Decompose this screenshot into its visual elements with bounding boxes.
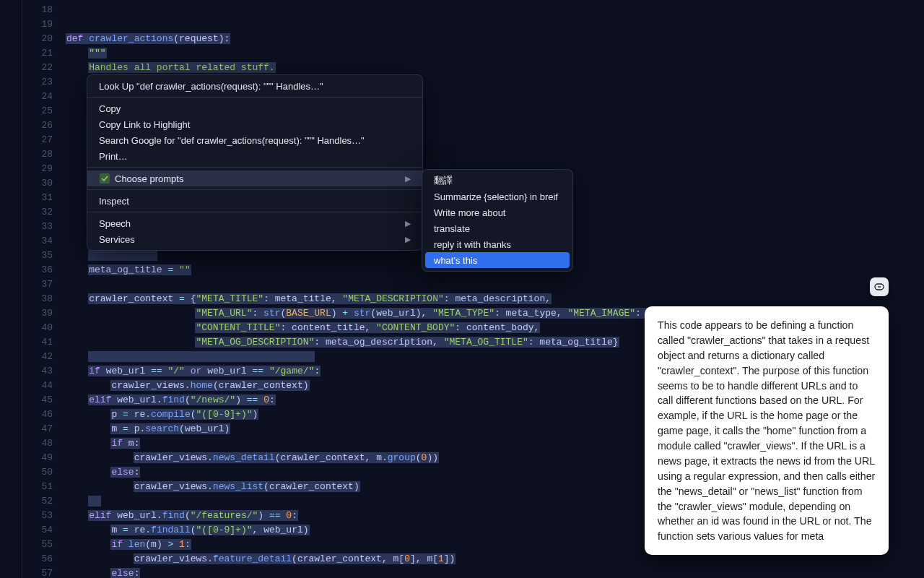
line-number: 21: [22, 46, 53, 61]
assistant-tooltip: This code appears to be defining a funct…: [645, 306, 889, 555]
line-number: 35: [22, 249, 53, 263]
extension-icon: [99, 173, 110, 184]
line-number: 19: [22, 17, 53, 32]
code-line[interactable]: [66, 277, 924, 292]
menu-choose-prompts[interactable]: Choose prompts ▶: [87, 171, 422, 186]
menu-separator: [87, 97, 422, 98]
code-line[interactable]: [66, 3, 924, 17]
line-number: 43: [22, 364, 53, 379]
menu-separator: [87, 167, 422, 168]
menu-inspect[interactable]: Inspect: [87, 193, 422, 209]
line-number: 57: [22, 566, 53, 578]
line-number: 32: [22, 205, 53, 220]
prompts-submenu: 翻譯Summarize {selection} in breifWrite mo…: [422, 169, 573, 272]
submenu-item[interactable]: translate: [422, 220, 572, 236]
tooltip-text: This code appears to be defining a funct…: [658, 319, 875, 542]
menu-lookup[interactable]: Look Up "def crawler_actions(request): "…: [87, 78, 422, 94]
line-number: 18: [22, 3, 53, 17]
chevron-right-icon: ▶: [405, 174, 411, 184]
menu-print[interactable]: Print…: [87, 148, 422, 164]
menu-separator: [87, 189, 422, 190]
line-number: 31: [22, 191, 53, 205]
line-number: 52: [22, 494, 53, 509]
chevron-right-icon: ▶: [405, 235, 411, 244]
line-number: 38: [22, 292, 53, 306]
line-number: 24: [22, 90, 53, 104]
assistant-badge-icon[interactable]: [870, 277, 889, 296]
line-number: 50: [22, 465, 53, 480]
line-number: 46: [22, 407, 53, 422]
code-line[interactable]: Handles all portal related stuff.: [66, 61, 924, 75]
line-number: 34: [22, 234, 53, 249]
line-number: 53: [22, 509, 53, 523]
line-number: 23: [22, 75, 53, 90]
line-number: 39: [22, 306, 53, 321]
line-number: 51: [22, 480, 53, 494]
line-number: 54: [22, 523, 53, 538]
line-number: 55: [22, 538, 53, 552]
line-number: 37: [22, 277, 53, 292]
context-menu: Look Up "def crawler_actions(request): "…: [87, 74, 423, 251]
line-number: 44: [22, 379, 53, 393]
code-line[interactable]: else:: [66, 566, 924, 578]
submenu-item[interactable]: 翻譯: [422, 173, 572, 189]
svg-rect-0: [100, 173, 110, 184]
line-number: 20: [22, 32, 53, 46]
code-line[interactable]: def crawler_actions(request):: [66, 32, 924, 46]
line-number: 28: [22, 147, 53, 162]
code-line[interactable]: [66, 17, 924, 32]
chevron-right-icon: ▶: [405, 219, 411, 228]
line-number: 41: [22, 335, 53, 350]
line-number: 30: [22, 176, 53, 191]
line-number: 29: [22, 162, 53, 176]
line-gutter: 1819202122232425262728293031323334353637…: [22, 0, 66, 578]
line-number: 49: [22, 451, 53, 465]
submenu-item[interactable]: Write more about: [422, 204, 572, 220]
menu-services[interactable]: Services▶: [87, 231, 422, 247]
line-number: 36: [22, 263, 53, 277]
line-number: 33: [22, 220, 53, 234]
line-number: 48: [22, 436, 53, 451]
line-number: 47: [22, 422, 53, 436]
menu-copy-link[interactable]: Copy Link to Highlight: [87, 116, 422, 132]
line-number: 42: [22, 350, 53, 364]
line-number: 25: [22, 104, 53, 118]
menu-speech[interactable]: Speech▶: [87, 215, 422, 231]
line-number: 40: [22, 321, 53, 335]
submenu-item[interactable]: Summarize {selection} in breif: [422, 189, 572, 204]
code-line[interactable]: crawler_context = {"META_TITLE": meta_ti…: [66, 292, 924, 306]
submenu-item[interactable]: what's this: [425, 252, 570, 268]
line-number: 56: [22, 552, 53, 566]
menu-search-google[interactable]: Search Google for "def crawler_actions(r…: [87, 132, 422, 148]
menu-separator: [87, 212, 422, 212]
line-number: 26: [22, 118, 53, 133]
code-line[interactable]: """: [66, 46, 924, 61]
line-number: 27: [22, 133, 53, 147]
menu-copy[interactable]: Copy: [87, 100, 422, 116]
line-number: 45: [22, 393, 53, 407]
submenu-item[interactable]: reply it with thanks: [422, 236, 572, 252]
line-number: 22: [22, 61, 53, 75]
